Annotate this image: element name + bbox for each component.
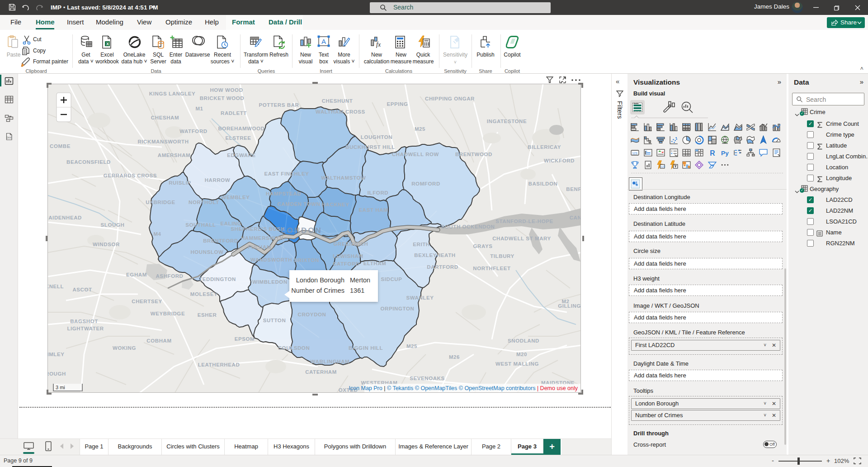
svg-text:EAST FINCHLEY: EAST FINCHLEY [264,171,309,176]
svg-text:WIMBLEDON: WIMBLEDON [252,279,288,285]
svg-text:LOUGHTON: LOUGHTON [361,134,392,140]
svg-text:WINDSOR: WINDSOR [93,242,120,247]
svg-text:HACKNEY: HACKNEY [321,202,349,207]
svg-text:CAN: CAN [570,215,580,220]
svg-text:SHEPHERD'S BUSH: SHEPHERD'S BUSH [231,226,284,232]
svg-text:LEATHERHEAD: LEATHERHEAD [198,362,240,367]
svg-text:TILBURY: TILBURY [490,253,514,259]
svg-text:POTTERS BAR: POTTERS BAR [259,102,299,108]
svg-text:HOW WOOD: HOW WOOD [210,87,243,93]
svg-text:BRIXTON: BRIXTON [294,257,319,263]
svg-text:BASILDON: BASILDON [528,181,558,186]
svg-text:123: 123 [661,165,665,168]
svg-text:WARLINGHAM: WARLINGHAM [311,359,350,364]
svg-text:ILFORD: ILFORD [368,190,388,195]
svg-text:M4: M4 [153,231,161,237]
svg-text:HARROW: HARROW [205,177,231,183]
svg-text:CATERHAM: CATERHAM [305,369,337,375]
svg-text:ELTHAM: ELTHAM [363,261,387,266]
svg-text:WALTHAM CROSS: WALTHAM CROSS [316,109,365,114]
svg-text:SNODLAND: SNODLAND [508,338,539,343]
svg-text:LONDON: LONDON [281,226,322,235]
svg-text:DAX: DAX [6,136,12,139]
svg-text:BILLERICAY: BILLERICAY [528,144,561,150]
svg-text:CROYDON: CROYDON [298,312,326,317]
svg-text:ELSTREE: ELSTREE [225,135,251,141]
svg-text:FULHAM: FULHAM [248,244,271,250]
svg-text:SEVENOAKS: SEVENOAKS [410,376,445,381]
svg-text:EPSOM: EPSOM [235,336,255,342]
svg-text:CHADWELL ROW: CHADWELL ROW [392,152,439,157]
svg-text:GREENWICH: GREENWICH [334,241,368,247]
svg-text:SOUTHALL: SOUTHALL [185,222,216,228]
svg-text:ROMFORD: ROMFORD [411,181,440,186]
svg-text:ASHFORD: ASHFORD [156,273,183,279]
svg-text:WALTHAMSTOW: WALTHAMSTOW [321,175,366,181]
svg-text:COMBE: COMBE [50,143,71,149]
svg-text:CHESHUNT: CHESHUNT [322,98,353,104]
svg-text:M20: M20 [516,352,527,357]
svg-text:GILLINGH: GILLINGH [558,303,580,309]
svg-text:123: 123 [632,152,637,155]
svg-text:WANDSWORTH: WANDSWORTH [250,257,292,262]
svg-text:EDGWARE: EDGWARE [227,152,256,158]
svg-text:Py: Py [721,150,729,157]
svg-text:DARTFORD: DARTFORD [427,264,458,270]
svg-text:ESHER: ESHER [198,312,217,318]
svg-text:BIGGIN HILL: BIGGIN HILL [349,345,383,351]
svg-text:COULSDON: COULSDON [278,345,310,351]
svg-text:LEWISHAM: LEWISHAM [333,253,363,259]
svg-text:WEST MALLING: WEST MALLING [495,361,539,367]
svg-text:NORTHFLEET: NORTHFLEET [473,266,510,271]
svg-text:ASCOT: ASCOT [72,287,92,292]
svg-text:WOKING: WOKING [113,345,136,351]
svg-text:KINGS LANGLEY: KINGS LANGLEY [149,91,195,96]
svg-text:CHIPPING ONGAR: CHIPPING ONGAR [425,96,475,101]
svg-text:RIMLEY: RIMLEY [48,352,65,357]
svg-text:BRENTFORD: BRENTFORD [203,238,238,243]
svg-text:CKNELL: CKNELL [48,284,64,289]
svg-text:ERITH: ERITH [413,242,430,247]
svg-text:CHERTSEY: CHERTSEY [132,299,162,304]
svg-text:LIGHTWATER: LIGHTWATER [67,326,104,331]
svg-text:fx: fx [376,41,381,48]
svg-text:BUCKHURST HILL: BUCKHURST HILL [345,144,395,150]
svg-text:M25: M25 [406,343,417,349]
svg-text:SLOUGH: SLOUGH [101,222,125,228]
svg-text:BENFL: BENFL [566,186,580,192]
svg-text:M25: M25 [415,126,425,132]
svg-text:M26: M26 [449,354,460,360]
svg-text:CAMDEN TOWN: CAMDEN TOWN [277,201,320,207]
svg-text:EAST HAM: EAST HAM [359,207,388,213]
svg-text:MAIDENHEAD: MAIDENHEAD [48,215,82,220]
svg-text:CHADWELL ST MARY: CHADWELL ST MARY [492,236,551,241]
svg-text:WEMBLEY: WEMBLEY [222,195,250,200]
svg-text:RADLETT: RADLETT [221,110,247,116]
svg-text:WEYBRIDGE: WEYBRIDGE [151,311,185,316]
svg-text:ORPINGTON: ORPINGTON [381,306,415,311]
svg-text:MOLESEY: MOLESEY [190,291,217,297]
svg-text:A: A [321,38,326,45]
svg-text:HAMMERSMITH: HAMMERSMITH [241,235,283,241]
svg-text:BAGSHOT: BAGSHOT [70,319,98,324]
svg-text:INGATESTONE: INGATESTONE [487,119,527,124]
svg-text:GERRARDS CROSS: GERRARDS CROSS [104,173,157,178]
svg-text:RUISLIP: RUISLIP [169,180,191,186]
svg-text:TEDDINGTON: TEDDINGTON [199,276,236,282]
svg-text:Icon Map Pro | © Tekantis © Op: Icon Map Pro | © Tekantis © OpenMapTiles… [349,385,578,391]
svg-text:CHESHAM: CHESHAM [151,115,179,120]
svg-text:ROUGH: ROUGH [48,371,66,376]
svg-text:EGHAM: EGHAM [126,272,147,277]
svg-text:BEXLEYHEATH: BEXLEYHEATH [414,253,455,258]
svg-text:COBHAM: COBHAM [146,338,171,343]
svg-text:SWANLEY: SWANLEY [406,295,434,300]
svg-text:UXBRIDGE: UXBRIDGE [146,200,175,205]
svg-text:3 mi: 3 mi [56,385,65,390]
svg-text:R: R [710,149,715,157]
svg-text:X: X [106,42,109,46]
svg-text:BOREHAMWOOD: BOREHAMWOOD [218,126,264,131]
svg-text:SUTTON: SUTTON [263,318,286,323]
svg-text:EPPING: EPPING [387,101,408,107]
svg-text:NORTHOLT: NORTHOLT [189,200,219,205]
svg-text:WICKFORD: WICKFORD [544,158,575,163]
